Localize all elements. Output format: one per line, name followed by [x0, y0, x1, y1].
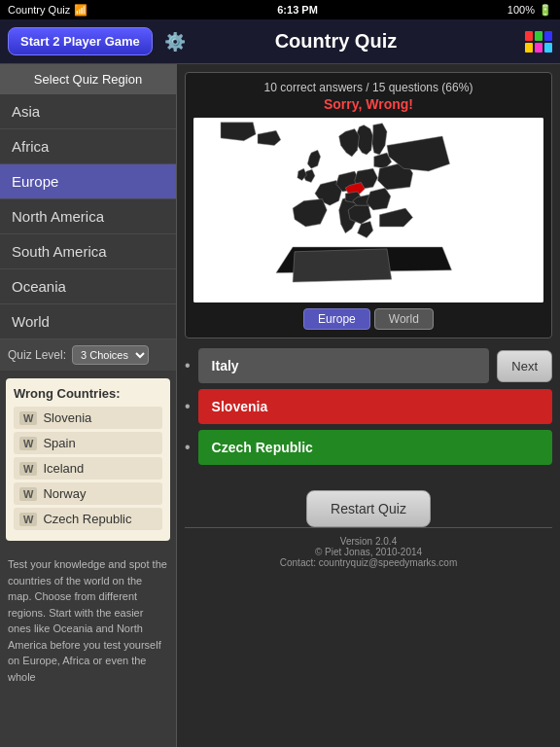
wrong-country-name: Czech Republic: [43, 512, 131, 526]
footer-contact: Contact: countryquiz@speedymarks.com: [192, 557, 544, 568]
main-layout: Select Quiz Region Asia Africa Europe No…: [0, 64, 560, 747]
sidebar-description: Test your knowledge and spot the countri…: [0, 549, 176, 747]
map-container: 10 correct answers / 15 questions (66%) …: [185, 72, 552, 338]
answer-bullet-1: •: [185, 357, 191, 374]
map-display: [193, 118, 543, 302]
wrong-country-name: Slovenia: [43, 410, 91, 425]
wrong-countries-title: Wrong Countries:: [14, 386, 162, 401]
quiz-level-bar: Quiz Level: 2 Choices 3 Choices 4 Choice…: [0, 339, 176, 371]
content-footer: Version 2.0.4 © Piet Jonas, 2010-2014 Co…: [185, 527, 552, 576]
top-bar-title: Country Quiz: [186, 30, 486, 53]
top-bar-icon: ⚙️: [164, 31, 186, 53]
sidebar-item-europe[interactable]: Europe: [0, 164, 176, 199]
wrong-country-name: Iceland: [43, 461, 84, 476]
answer-row-2: • Slovenia: [185, 389, 552, 424]
map-tab-europe[interactable]: Europe: [303, 308, 370, 330]
answer-bullet-3: •: [185, 439, 191, 456]
sidebar-item-oceania[interactable]: Oceania: [0, 269, 176, 304]
answer-button-slovenia[interactable]: Slovenia: [198, 389, 552, 424]
sidebar-item-world[interactable]: World: [0, 304, 176, 339]
map-stats: 10 correct answers / 15 questions (66%): [193, 81, 543, 94]
sidebar-item-north-america[interactable]: North America: [0, 199, 176, 234]
wrong-w-icon: W: [19, 411, 37, 425]
battery-level: 100%: [508, 4, 535, 16]
wrong-country-name: Norway: [43, 486, 86, 501]
sidebar-item-asia[interactable]: Asia: [0, 94, 176, 129]
wrong-w-icon: W: [19, 487, 37, 501]
start-2player-button[interactable]: Start 2 Player Game: [8, 27, 153, 55]
status-time: 6:13 PM: [277, 4, 318, 16]
wrong-w-icon: W: [19, 513, 37, 526]
wifi-icon: 📶: [74, 4, 88, 17]
answer-button-czech-republic[interactable]: Czech Republic: [198, 430, 552, 465]
status-bar: Country Quiz 📶 6:13 PM 100% 🔋: [0, 0, 560, 19]
answers-section: • Italy Next • Slovenia • Czech Republic: [185, 348, 552, 471]
wrong-item-spain: W Spain: [14, 432, 162, 454]
footer-version: Version 2.0.4: [192, 536, 544, 547]
answer-button-italy[interactable]: Italy: [198, 348, 490, 383]
quiz-level-select[interactable]: 2 Choices 3 Choices 4 Choices 5 Choices: [72, 345, 149, 365]
wrong-w-icon: W: [19, 437, 37, 450]
content-area: 10 correct answers / 15 questions (66%) …: [177, 64, 560, 747]
map-tab-world[interactable]: World: [374, 308, 434, 330]
wrong-countries-section: Wrong Countries: W Slovenia W Spain W Ic…: [6, 378, 170, 541]
app-name-status: Country Quiz: [8, 4, 70, 16]
restart-button[interactable]: Restart Quiz: [306, 490, 431, 527]
restart-section: Restart Quiz: [185, 490, 552, 527]
footer-copyright: © Piet Jonas, 2010-2014: [192, 547, 544, 557]
quiz-level-label: Quiz Level:: [8, 348, 66, 362]
answer-row-1: • Italy Next: [185, 348, 552, 383]
color-grid-icon: [525, 31, 552, 53]
answer-row-3: • Czech Republic: [185, 430, 552, 465]
wrong-w-icon: W: [19, 462, 37, 476]
map-tabs: Europe World: [193, 308, 543, 330]
wrong-item-norway: W Norway: [14, 482, 162, 505]
next-button[interactable]: Next: [497, 350, 552, 382]
wrong-item-slovenia: W Slovenia: [14, 407, 162, 429]
battery-icon: 🔋: [539, 4, 552, 17]
wrong-item-czech-republic: W Czech Republic: [14, 508, 162, 530]
sidebar-item-africa[interactable]: Africa: [0, 129, 176, 164]
answer-bullet-2: •: [185, 398, 191, 415]
sidebar-item-south-america[interactable]: South America: [0, 234, 176, 269]
top-bar: Start 2 Player Game ⚙️ Country Quiz: [0, 19, 560, 64]
status-left: Country Quiz 📶: [8, 4, 88, 17]
sidebar: Select Quiz Region Asia Africa Europe No…: [0, 64, 177, 747]
select-region-header: Select Quiz Region: [0, 64, 176, 94]
map-message: Sorry, Wrong!: [193, 96, 543, 112]
wrong-country-name: Spain: [43, 436, 75, 450]
status-right: 100% 🔋: [508, 4, 552, 17]
wrong-item-iceland: W Iceland: [14, 457, 162, 480]
